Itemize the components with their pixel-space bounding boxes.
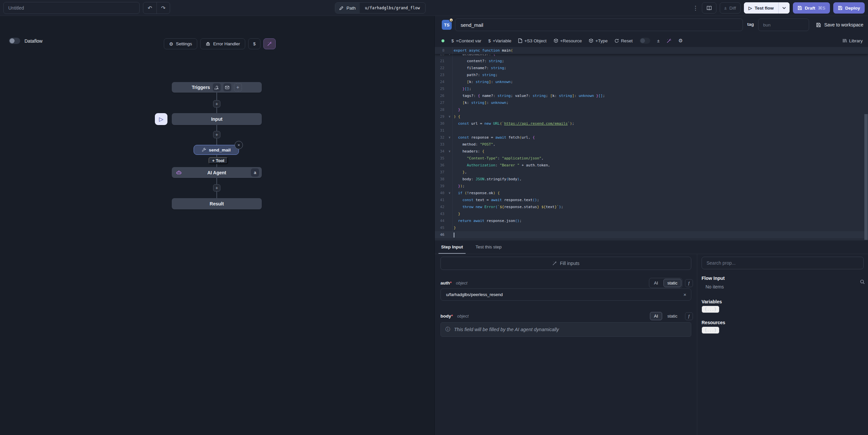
input-node[interactable]: Input bbox=[172, 113, 262, 125]
save-to-workspace-button[interactable]: Save to workspace bbox=[816, 19, 863, 31]
code-line[interactable]: 29∨) { bbox=[435, 113, 868, 120]
insert-step-button[interactable]: + bbox=[213, 100, 220, 107]
code-line[interactable]: 45} bbox=[435, 224, 868, 231]
settings-label: Settings bbox=[176, 41, 192, 46]
fold-chevron-icon[interactable]: ∨ bbox=[447, 190, 453, 196]
diff-button[interactable]: ± Diff bbox=[720, 2, 741, 13]
code-line[interactable]: 42 throw new Error(`${response.status} $… bbox=[435, 204, 868, 210]
add-trigger-button[interactable]: + bbox=[234, 83, 242, 91]
code-line[interactable]: 34∨ headers: { bbox=[435, 148, 868, 155]
prop-search-input[interactable] bbox=[702, 257, 864, 269]
email-trigger-icon[interactable] bbox=[223, 83, 231, 91]
deploy-button[interactable]: Deploy bbox=[833, 2, 865, 13]
code-line[interactable]: 40∨ if (!response.ok) { bbox=[435, 190, 868, 196]
error-handler-button[interactable]: Error Handler bbox=[200, 38, 245, 49]
code-line[interactable]: 21 content?: string; bbox=[435, 58, 868, 64]
code-line[interactable]: 33 method: "POST", bbox=[435, 141, 868, 148]
code-line[interactable]: 46 bbox=[435, 231, 868, 238]
fold-chevron-icon[interactable]: ∨ bbox=[447, 113, 453, 120]
fold-chevron-icon[interactable]: ∨ bbox=[447, 134, 453, 141]
add-variable-button[interactable]: $ +Variable bbox=[488, 38, 511, 43]
add-tool-button[interactable]: + Tool bbox=[209, 157, 228, 164]
tag-input[interactable] bbox=[758, 19, 809, 31]
code-line[interactable]: 23 path?: string; bbox=[435, 71, 868, 79]
library-button[interactable]: Library bbox=[842, 38, 863, 43]
dollar-button[interactable]: $ bbox=[248, 38, 260, 49]
fill-inputs-button[interactable]: Fill inputs bbox=[440, 257, 691, 270]
remove-tool-button[interactable]: × bbox=[235, 141, 243, 149]
tab-step-input[interactable]: Step Input bbox=[440, 245, 464, 254]
docs-button[interactable] bbox=[702, 2, 716, 13]
flow-canvas[interactable]: Dataflow ⚙ Settings Error Handler $ Trig… bbox=[0, 16, 434, 435]
path-chip[interactable]: Path u/farhadglbs/grand_flow bbox=[335, 2, 426, 13]
resources-object-chip[interactable]: {...} bbox=[702, 327, 719, 334]
code-line[interactable]: 39 }); bbox=[435, 183, 868, 190]
diff-mode-button[interactable]: ± bbox=[657, 38, 659, 43]
code-text bbox=[453, 231, 454, 238]
code-line[interactable]: 27 [k: string]: unknown; bbox=[435, 99, 868, 106]
add-resource-button[interactable]: +Resource bbox=[554, 38, 582, 43]
undo-button[interactable]: ↶ bbox=[143, 2, 157, 13]
code-line[interactable]: 28 } bbox=[435, 106, 868, 113]
redo-button[interactable]: ↷ bbox=[157, 2, 170, 13]
code-line[interactable]: 44 return await response.json(); bbox=[435, 217, 868, 224]
fold-chevron-icon[interactable]: ∨ bbox=[447, 148, 453, 155]
ai-wand-button[interactable] bbox=[666, 38, 672, 43]
insert-step-button[interactable]: + bbox=[213, 131, 220, 138]
code-line[interactable]: 36 Authorization: "Bearer " + auth.token… bbox=[435, 162, 868, 169]
code-line[interactable]: 35 "Content-Type": "application/json", bbox=[435, 155, 868, 162]
flow-name-input[interactable] bbox=[3, 2, 140, 14]
dataflow-toggle[interactable] bbox=[9, 38, 20, 44]
triggers-node[interactable]: Triggers + bbox=[172, 82, 262, 93]
insert-step-button[interactable]: + bbox=[213, 184, 220, 191]
code-line[interactable]: 22 filename?: string; bbox=[435, 64, 868, 71]
draft-button[interactable]: Draft ⌘S bbox=[793, 2, 830, 13]
code-line[interactable]: 30 const url = new URL(`https://api.rese… bbox=[435, 120, 868, 127]
topbar-actions: ⋮ ± Diff ▷ Test flow Draft ⌘S bbox=[692, 2, 865, 13]
add-type-button[interactable]: +Type bbox=[589, 38, 608, 43]
fold-gutter bbox=[447, 58, 453, 64]
clear-auth-button[interactable]: × bbox=[679, 292, 691, 298]
code-line[interactable]: 26 tags?: { name?: string; value?: strin… bbox=[435, 92, 868, 99]
tab-test-this-step[interactable]: Test this step bbox=[475, 245, 502, 254]
add-context-var-button[interactable]: $ +Context var bbox=[452, 38, 481, 43]
reset-button[interactable]: Reset bbox=[615, 38, 632, 43]
code-line[interactable]: 41 const text = await response.text(); bbox=[435, 196, 868, 204]
settings-button[interactable]: ⚙ Settings bbox=[164, 38, 197, 49]
result-node[interactable]: Result bbox=[172, 198, 262, 209]
search-icon[interactable] bbox=[860, 279, 865, 284]
code-line[interactable]: 37 }, bbox=[435, 169, 868, 176]
dataflow-label: Dataflow bbox=[25, 38, 42, 44]
code-editor[interactable]: 20∨ attachments?: {21 content?: string;2… bbox=[435, 47, 868, 241]
code-line[interactable]: 43 } bbox=[435, 210, 868, 217]
agent-result-badge[interactable]: a bbox=[251, 168, 259, 177]
variables-object-chip[interactable]: {...} bbox=[702, 306, 719, 313]
add-s3-object-button[interactable]: +S3 Object bbox=[518, 38, 546, 43]
code-line[interactable]: 8export async function main( bbox=[435, 47, 868, 54]
ai-wand-button[interactable] bbox=[264, 38, 276, 49]
more-menu-button[interactable]: ⋮ bbox=[692, 5, 699, 11]
code-line[interactable]: 31 bbox=[435, 127, 868, 134]
auth-mode-ai[interactable]: AI bbox=[650, 279, 662, 287]
send-mail-tool-node[interactable]: send_mail bbox=[194, 145, 239, 155]
code-lines[interactable]: 20∨ attachments?: {21 content?: string;2… bbox=[435, 51, 868, 238]
expression-mode-icon[interactable]: ƒ bbox=[685, 312, 693, 320]
step-name-input[interactable] bbox=[455, 19, 743, 31]
code-line[interactable]: 38 body: JSON.stringify(body), bbox=[435, 176, 868, 183]
body-mode-ai[interactable]: AI bbox=[650, 312, 662, 320]
code-line[interactable]: 24 [k: string]: unknown; bbox=[435, 79, 868, 85]
run-input-button[interactable]: ▷ bbox=[155, 113, 167, 125]
test-flow-button[interactable]: ▷ Test flow bbox=[744, 2, 778, 13]
assistant-toggle[interactable] bbox=[640, 38, 650, 44]
editor-settings-button[interactable]: ⚙ bbox=[678, 38, 683, 44]
ai-agent-node[interactable]: AI Agent a bbox=[172, 167, 262, 178]
auth-value-input[interactable] bbox=[441, 292, 679, 297]
body-mode-static[interactable]: static bbox=[663, 312, 681, 320]
code-line[interactable]: 32∨ const response = await fetch(url, { bbox=[435, 134, 868, 141]
test-flow-dropdown[interactable] bbox=[778, 2, 789, 13]
auth-mode-static[interactable]: static bbox=[663, 279, 681, 287]
webhook-trigger-icon[interactable] bbox=[213, 83, 221, 91]
expression-mode-icon[interactable]: ƒ bbox=[685, 279, 693, 287]
code-scrollbar-thumb[interactable] bbox=[864, 114, 868, 240]
code-line[interactable]: 25 }[]; bbox=[435, 85, 868, 92]
